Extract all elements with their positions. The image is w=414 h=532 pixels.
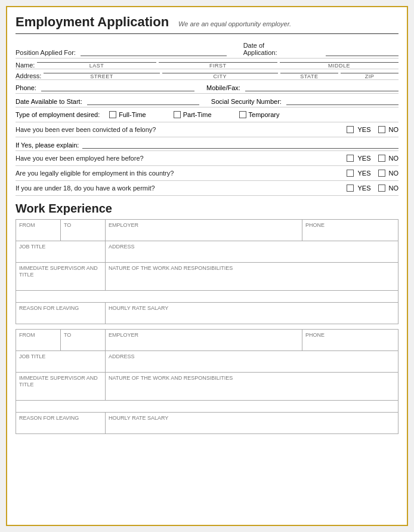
we1-from-value[interactable] <box>19 228 57 239</box>
we2-address-value[interactable] <box>109 359 395 370</box>
address-zip-group: ZIP <box>341 73 398 79</box>
we1-to-value[interactable] <box>64 228 102 239</box>
name-first-label: FIRST <box>159 63 277 69</box>
phone-label: Phone: <box>16 84 36 91</box>
address-state-label: STATE <box>280 73 338 79</box>
eligible-yes-checkbox[interactable] <box>347 170 354 177</box>
work-experience-table-2: FROM TO EMPLOYER PHONE JOB TIT <box>16 329 398 434</box>
address-city-label: CITY <box>162 73 278 79</box>
we2-nature-label: Nature of the work and responsibilities <box>109 375 233 381</box>
we2-jobtitle-row: JOB TITLE ADDRESS <box>16 351 398 373</box>
work-permit-yes-checkbox[interactable] <box>347 184 354 192</box>
we1-address-value[interactable] <box>109 250 395 260</box>
employed-here-row: Have you ever been employed here before?… <box>16 151 398 166</box>
work-permit-no-checkbox[interactable] <box>378 184 385 192</box>
felony-no-checkbox[interactable] <box>378 126 385 133</box>
eligible-no-checkbox[interactable] <box>378 170 385 177</box>
we2-jobtitle-value[interactable] <box>19 359 102 370</box>
we1-phone-value[interactable] <box>305 228 395 239</box>
we1-spacer-row <box>16 291 398 303</box>
position-label: Position Applied For: <box>16 49 76 56</box>
date-avail-field[interactable] <box>87 97 199 105</box>
we1-phone-label: PHONE <box>305 222 325 228</box>
we2-employer-cell: EMPLOYER <box>106 330 302 351</box>
we2-hourly-value[interactable] <box>109 421 395 432</box>
employed-here-no-label: NO <box>389 155 399 162</box>
we1-nature-value[interactable] <box>109 271 395 282</box>
felony-row: Have you been ever been convicted of a f… <box>16 122 398 137</box>
we1-hourly-value[interactable] <box>109 311 395 322</box>
employed-here-yes-checkbox[interactable] <box>347 155 354 162</box>
we2-employer-value[interactable] <box>109 338 299 349</box>
work-experience-title: Work Experience <box>16 202 398 216</box>
we2-spacer-cell <box>16 401 398 413</box>
we1-employer-value[interactable] <box>109 228 299 239</box>
temporary-checkbox[interactable] <box>239 111 246 118</box>
we1-header-row: FROM TO EMPLOYER PHONE <box>16 220 398 241</box>
date-application-field[interactable] <box>326 48 398 56</box>
mobile-field[interactable] <box>245 83 398 91</box>
we1-from-label: FROM <box>19 222 35 228</box>
eligible-no-label: NO <box>389 170 399 177</box>
work-experience-table-1: FROM TO EMPLOYER PHONE <box>16 219 398 324</box>
felony-yes-label: YES <box>357 126 370 133</box>
we1-employer-label: EMPLOYER <box>109 222 138 228</box>
eligible-row: Are you legally eligible for employment … <box>16 166 398 181</box>
work-permit-row: If you are under 18, do you have a work … <box>16 181 398 196</box>
parttime-option[interactable]: Part-Time <box>174 111 212 118</box>
we2-supervisor-label: Immediate supervisor and title <box>19 375 98 388</box>
we1-spacer-cell <box>16 291 398 303</box>
work-permit-yes-group: YES <box>347 184 370 192</box>
we2-hourly-cell: Hourly Rate Salary <box>106 413 398 434</box>
felony-yes-checkbox[interactable] <box>347 126 354 133</box>
temporary-label: Temporary <box>249 111 280 118</box>
employed-here-no-checkbox[interactable] <box>378 155 385 162</box>
position-date-row: Position Applied For: Date of Applicatio… <box>16 39 398 59</box>
we1-supervisor-value[interactable] <box>19 278 102 288</box>
header-section: Employment Application We are an equal o… <box>16 14 398 34</box>
we2-reason-value[interactable] <box>19 421 102 432</box>
we1-nature-label: Nature of the work and responsibilities <box>109 265 233 271</box>
eligible-question: Are you legally eligible for employment … <box>16 170 323 177</box>
we2-from-value[interactable] <box>19 338 57 349</box>
we2-to-label: TO <box>64 332 71 338</box>
phone-row: Phone: Mobile/Fax: <box>16 80 398 94</box>
address-label: Address: <box>16 72 44 79</box>
we2-jobtitle-label: JOB TITLE <box>19 353 45 359</box>
name-last-group: LAST <box>37 62 156 69</box>
we2-phone-value[interactable] <box>305 338 395 349</box>
address-city-group: CITY <box>162 73 278 79</box>
fulltime-option[interactable]: Full-Time <box>109 111 146 118</box>
we1-jobtitle-value[interactable] <box>19 250 102 260</box>
we1-hourly-label: Hourly Rate Salary <box>109 305 168 311</box>
felony-question: Have you been ever been convicted of a f… <box>16 126 323 133</box>
temporary-option[interactable]: Temporary <box>239 111 280 118</box>
address-street-label: STREET <box>44 73 159 79</box>
phone-field[interactable] <box>41 83 194 91</box>
we2-spacer-row <box>16 401 398 413</box>
name-middle-label: MIDDLE <box>280 63 398 69</box>
eligible-yes-group: YES <box>347 170 370 177</box>
we1-reason-value[interactable] <box>19 311 102 322</box>
mobile-label: Mobile/Fax: <box>206 84 240 91</box>
we2-supervisor-value[interactable] <box>19 388 102 398</box>
explain-field[interactable] <box>82 140 398 149</box>
ssn-field[interactable] <box>286 97 398 105</box>
position-field[interactable] <box>81 48 227 56</box>
we2-hourly-label: Hourly Rate Salary <box>109 415 168 421</box>
fulltime-checkbox[interactable] <box>109 111 116 118</box>
we2-phone-cell: PHONE <box>302 330 398 351</box>
parttime-checkbox[interactable] <box>174 111 181 118</box>
explain-label: If Yes, please explain: <box>16 142 79 149</box>
we2-supervisor-row: Immediate supervisor and title Nature of… <box>16 373 398 401</box>
employed-here-yes-label: YES <box>357 155 370 162</box>
we2-reason-label: Reason for Leaving <box>19 415 79 421</box>
address-section: Address: STREET CITY STATE ZIP <box>16 69 398 80</box>
we2-to-value[interactable] <box>64 338 102 349</box>
we2-nature-value[interactable] <box>109 381 395 392</box>
name-last-label: LAST <box>37 63 156 69</box>
eligible-no-group: NO <box>378 170 399 177</box>
name-label: Name: <box>16 61 37 69</box>
we2-reason-cell: Reason for Leaving <box>16 413 106 434</box>
we1-jobtitle-cell: JOB TITLE <box>16 241 106 263</box>
